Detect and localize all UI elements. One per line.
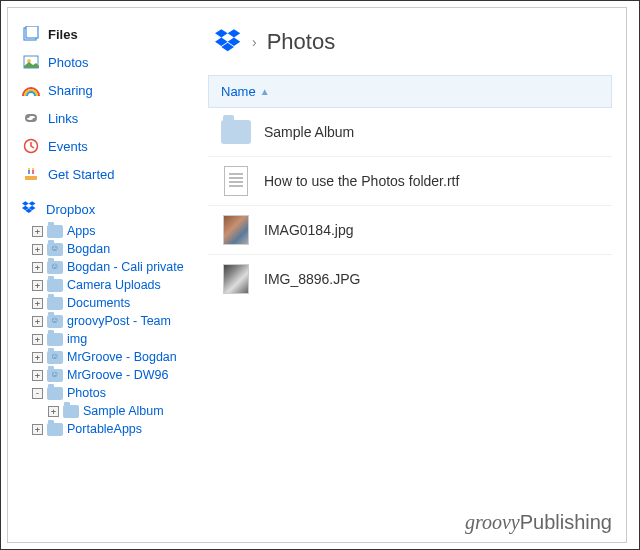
- tree-item-documents[interactable]: +Documents: [22, 294, 202, 312]
- file-name: IMAG0184.jpg: [264, 222, 354, 238]
- tree-root-dropbox[interactable]: Dropbox: [22, 196, 202, 222]
- nav-label: Sharing: [48, 83, 93, 98]
- tree-item-label: MrGroove - Bogdan: [67, 350, 177, 364]
- document-icon: [224, 166, 248, 196]
- folder-icon: [221, 120, 251, 144]
- nav-item-links[interactable]: Links: [22, 104, 202, 132]
- tree-item-label: Camera Uploads: [67, 278, 161, 292]
- svg-rect-8: [32, 170, 34, 174]
- nav-label: Files: [48, 27, 78, 42]
- tree-item-camera-uploads[interactable]: +Camera Uploads: [22, 276, 202, 294]
- file-row[interactable]: How to use the Photos folder.rtf: [208, 157, 612, 206]
- nav-item-files[interactable]: Files: [22, 20, 202, 48]
- tree-item-img[interactable]: +img: [22, 330, 202, 348]
- photos-icon: [22, 53, 40, 71]
- folder-icon: [47, 423, 63, 436]
- tree-item-apps[interactable]: +Apps: [22, 222, 202, 240]
- nav-item-sharing[interactable]: Sharing: [22, 76, 202, 104]
- expand-icon[interactable]: +: [32, 334, 43, 345]
- tree-item-label: Bogdan - Cali private: [67, 260, 184, 274]
- svg-rect-6: [25, 174, 37, 176]
- tree-item-groovypost-team[interactable]: +groovyPost - Team: [22, 312, 202, 330]
- tree-item-label: Sample Album: [83, 404, 164, 418]
- folder-icon: [47, 315, 63, 328]
- expand-icon[interactable]: +: [32, 424, 43, 435]
- file-row[interactable]: IMAG0184.jpg: [208, 206, 612, 255]
- svg-rect-1: [26, 26, 38, 38]
- expand-icon[interactable]: +: [32, 226, 43, 237]
- expand-icon[interactable]: +: [32, 244, 43, 255]
- link-icon: [22, 109, 40, 127]
- nav-label: Links: [48, 111, 78, 126]
- svg-point-10: [32, 168, 34, 170]
- tree-item-sample-album[interactable]: +Sample Album: [22, 402, 202, 420]
- file-name: How to use the Photos folder.rtf: [264, 173, 459, 189]
- folder-icon: [47, 279, 63, 292]
- nav-item-events[interactable]: Events: [22, 132, 202, 160]
- sort-asc-icon: ▲: [260, 86, 270, 97]
- expand-icon[interactable]: +: [32, 316, 43, 327]
- files-icon: [22, 25, 40, 43]
- tree-item-bogdan[interactable]: +Bogdan: [22, 240, 202, 258]
- cake-icon: [22, 165, 40, 183]
- tree-item-photos[interactable]: -Photos: [22, 384, 202, 402]
- tree-item-mrgroove-bogdan[interactable]: +MrGroove - Bogdan: [22, 348, 202, 366]
- file-icon-wrap: [220, 263, 252, 295]
- file-row[interactable]: Sample Album: [208, 108, 612, 157]
- tree-item-label: groovyPost - Team: [67, 314, 171, 328]
- tree-item-label: Apps: [67, 224, 96, 238]
- expand-icon[interactable]: +: [48, 406, 59, 417]
- folder-icon: [47, 243, 63, 256]
- tree-item-label: Documents: [67, 296, 130, 310]
- nav-item-photos[interactable]: Photos: [22, 48, 202, 76]
- tree-item-label: img: [67, 332, 87, 346]
- folder-icon: [47, 387, 63, 400]
- breadcrumb-separator: ›: [252, 34, 257, 50]
- image-thumbnail-icon: [223, 215, 249, 245]
- image-thumbnail-icon: [223, 264, 249, 294]
- folder-icon: [47, 261, 63, 274]
- nav-label: Get Started: [48, 167, 114, 182]
- expand-icon[interactable]: +: [32, 370, 43, 381]
- tree-root-label: Dropbox: [46, 202, 95, 217]
- folder-icon: [47, 369, 63, 382]
- tree-item-label: Photos: [67, 386, 106, 400]
- nav-label: Photos: [48, 55, 88, 70]
- file-icon-wrap: [220, 165, 252, 197]
- folder-icon: [47, 225, 63, 238]
- expand-icon[interactable]: +: [32, 352, 43, 363]
- folder-icon: [47, 297, 63, 310]
- file-icon-wrap: [220, 214, 252, 246]
- tree-item-label: MrGroove - DW96: [67, 368, 168, 382]
- dropbox-icon[interactable]: [214, 26, 242, 57]
- expand-icon[interactable]: +: [32, 280, 43, 291]
- collapse-icon[interactable]: -: [32, 388, 43, 399]
- expand-icon[interactable]: +: [32, 298, 43, 309]
- svg-rect-7: [28, 170, 30, 174]
- nav-label: Events: [48, 139, 88, 154]
- file-name: IMG_8896.JPG: [264, 271, 361, 287]
- watermark: groovyPublishing: [465, 511, 612, 534]
- tree-item-mrgroove-dw96[interactable]: +MrGroove - DW96: [22, 366, 202, 384]
- dropbox-icon: [22, 200, 40, 218]
- file-row[interactable]: IMG_8896.JPG: [208, 255, 612, 303]
- tree-item-bogdan-cali-private[interactable]: +Bogdan - Cali private: [22, 258, 202, 276]
- clock-icon: [22, 137, 40, 155]
- folder-tree: Dropbox +Apps+Bogdan+Bogdan - Cali priva…: [22, 196, 202, 438]
- tree-item-label: Bogdan: [67, 242, 110, 256]
- main-content: › Photos Name ▲ Sample AlbumHow to use t…: [208, 8, 626, 542]
- folder-icon: [47, 351, 63, 364]
- page-title: Photos: [267, 29, 336, 55]
- nav-item-get-started[interactable]: Get Started: [22, 160, 202, 188]
- svg-point-9: [28, 168, 30, 170]
- folder-icon: [47, 333, 63, 346]
- file-list: Sample AlbumHow to use the Photos folder…: [208, 108, 612, 303]
- sidebar: FilesPhotosSharingLinksEventsGet Started…: [8, 8, 208, 542]
- column-header-name[interactable]: Name ▲: [208, 75, 612, 108]
- tree-item-portableapps[interactable]: +PortableApps: [22, 420, 202, 438]
- rainbow-icon: [22, 81, 40, 99]
- expand-icon[interactable]: +: [32, 262, 43, 273]
- folder-icon: [63, 405, 79, 418]
- file-name: Sample Album: [264, 124, 354, 140]
- column-label: Name: [221, 84, 256, 99]
